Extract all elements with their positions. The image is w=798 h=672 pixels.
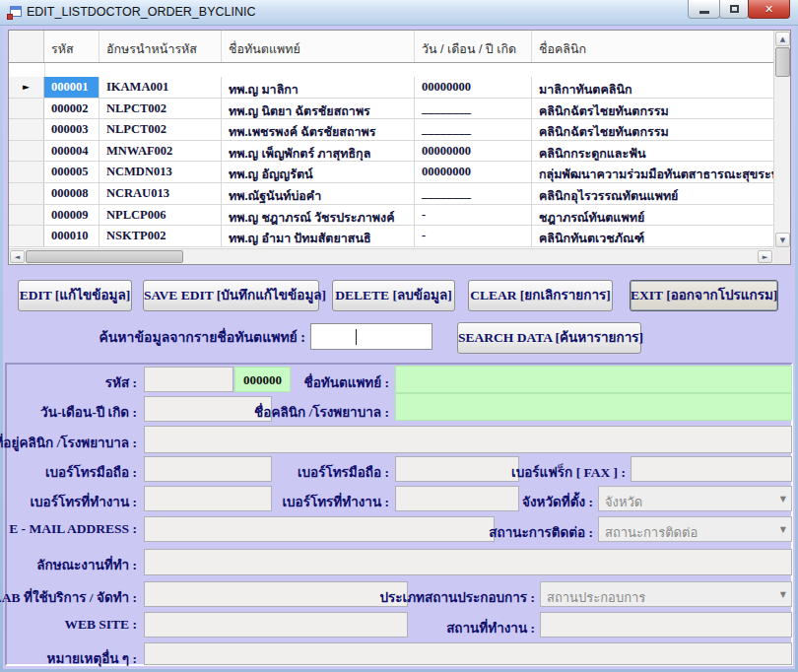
cell-code[interactable]: 000010 — [44, 226, 100, 246]
cell-name[interactable]: ทพ.ญ นิตยา ฉัตรชัยสถาพร — [222, 99, 415, 119]
cell-code[interactable]: 000008 — [44, 183, 100, 204]
row-selector[interactable] — [9, 205, 44, 226]
maximize-button[interactable] — [719, 0, 749, 19]
cell-code[interactable]: 000003 — [44, 119, 100, 140]
cell-clinic[interactable]: คลินิกทันตเวชภัณฑ์ — [532, 226, 773, 246]
column-header-code[interactable]: รหัส — [44, 31, 100, 62]
row-selector[interactable] — [9, 119, 44, 140]
row-selector[interactable] — [9, 183, 44, 204]
cell-clinic[interactable]: คลินิกฉัตรไชยทันตกรรม — [532, 119, 773, 140]
work-phone-2-field[interactable] — [395, 486, 519, 511]
row-selector[interactable] — [9, 162, 44, 182]
table-row[interactable]: 000010NSKTP002ทพ.ญ อำมา ปัทมสัตยาสนธิ-คล… — [9, 226, 773, 247]
vertical-scrollbar-thumb[interactable] — [775, 47, 790, 77]
title-bar[interactable]: EDIT_LISTDOCTOR_ORDER_BYCLINIC ✕ — [0, 0, 798, 26]
cell-prefix[interactable]: NCMDN013 — [100, 162, 222, 182]
row-selector[interactable] — [9, 141, 44, 162]
cell-prefix[interactable]: NLPCT002 — [100, 119, 222, 140]
close-button[interactable]: ✕ — [748, 0, 790, 19]
cell-birth[interactable]: ________ — [415, 119, 532, 140]
cell-code[interactable]: 000004 — [44, 141, 100, 162]
cell-birth[interactable]: 00000000 — [415, 141, 532, 162]
cell-clinic[interactable]: มาลิกาทันตคลินิก — [532, 77, 773, 98]
cell-clinic[interactable]: กลุ่มพัฒนาความร่วมมือทันตสาธารณะสุขระหว่… — [532, 162, 773, 182]
workplace-field[interactable] — [540, 612, 792, 638]
cell-clinic[interactable]: คลินิกกระดูกและฟัน — [532, 141, 773, 162]
cell-prefix[interactable]: NLPCT002 — [100, 99, 222, 119]
cell-name[interactable]: ทพ.เพชรพงค์ ฉัตรชัยสถาพร — [222, 119, 415, 140]
column-header-birth[interactable]: วัน / เดือน / ปี เกิด — [415, 31, 532, 62]
cell-prefix[interactable]: NPLCP006 — [100, 205, 222, 226]
scroll-right-icon[interactable]: ► — [758, 250, 772, 263]
cell-clinic[interactable]: คลินิกอุไรวรรณทัตนแพทย์ — [532, 183, 773, 204]
delete-button[interactable]: DELETE [ลบข้อมูล] — [332, 280, 455, 311]
horizontal-scrollbar-thumb[interactable] — [26, 250, 183, 263]
scroll-left-icon[interactable]: ◄ — [10, 250, 25, 263]
cell-name[interactable]: ทพ.ญ มาลิกา — [222, 77, 415, 98]
cell-prefix[interactable]: NCRAU013 — [100, 183, 222, 204]
exit-button[interactable]: EXIT [ออกจากโปรแกรม] — [630, 280, 778, 311]
cell-prefix[interactable]: MNWAF002 — [100, 141, 222, 162]
birth-date-field[interactable] — [144, 396, 272, 422]
work-phone-1-field[interactable] — [144, 486, 272, 511]
table-row[interactable]: 000005NCMDN013ทพ.ญ อัญญรัตน์00000000กลุ่… — [9, 162, 773, 183]
search-data-button[interactable]: SEARCH DATA [ค้นหารายการ] — [457, 322, 641, 354]
cell-clinic[interactable]: ชฎาภรณ์ทันตแพทย์ — [532, 205, 773, 226]
table-row[interactable]: 000009NPLCP006ทพ.ญ ชฎาภรณ์ วัชรประภาพงค์… — [9, 205, 773, 227]
minimize-button[interactable] — [688, 0, 720, 19]
mobile-2-field[interactable] — [395, 456, 519, 482]
clear-button[interactable]: CLEAR [ยกเลิกรายการ] — [468, 280, 613, 311]
job-description-field[interactable] — [144, 549, 792, 575]
cell-birth[interactable]: 00000000 — [415, 77, 532, 98]
edit-button[interactable]: EDIT [แก้ไขข้อมูล] — [18, 280, 132, 311]
contact-status-dropdown[interactable]: สถานะการติดต่อ ▼ — [598, 516, 792, 542]
column-header-name[interactable]: ชื่อทันตแพทย์ — [222, 31, 415, 62]
cell-code[interactable]: 000005 — [44, 162, 100, 182]
column-header-prefix[interactable]: อักษรนำหน้ารหัส — [100, 31, 222, 62]
vertical-scrollbar[interactable]: ▲ ▼ — [773, 31, 790, 248]
dentist-name-field[interactable] — [395, 366, 792, 393]
code-field[interactable] — [144, 367, 233, 392]
establishment-type-dropdown[interactable]: สถานประกอบการ ▼ — [540, 581, 792, 607]
cell-name[interactable]: ทพ.ญ เพ็ญพักตร์ ภาสุทธิกุล — [222, 141, 415, 162]
cell-prefix[interactable]: IKAMA001 — [100, 77, 222, 98]
cell-code[interactable]: 000009 — [44, 205, 100, 226]
other-notes-field[interactable] — [144, 642, 792, 665]
cell-code[interactable]: 000001 — [44, 77, 100, 98]
row-selector[interactable] — [9, 99, 44, 119]
email-field[interactable] — [144, 516, 495, 542]
cell-birth[interactable]: - — [415, 205, 532, 226]
column-header-selector[interactable] — [9, 31, 44, 62]
cell-clinic[interactable]: คลินิกฉัตรไชยทันตกรรม — [532, 99, 773, 119]
cell-birth[interactable]: ________ — [415, 99, 532, 119]
table-row[interactable]: 000003NLPCT002ทพ.เพชรพงค์ ฉัตรชัยสถาพร__… — [9, 119, 773, 141]
table-row[interactable]: ►000001IKAMA001ทพ.ญ มาลิกา00000000มาลิกา… — [9, 77, 773, 99]
website-field[interactable] — [144, 612, 408, 638]
clinic-name-field[interactable] — [395, 393, 792, 421]
cell-birth[interactable]: - — [415, 226, 532, 246]
cell-name[interactable]: ทพ.ญ อำมา ปัทมสัตยาสนธิ — [222, 226, 415, 246]
province-dropdown[interactable]: จังหวัด ▼ — [598, 486, 792, 511]
table-row[interactable]: 000004MNWAF002ทพ.ญ เพ็ญพักตร์ ภาสุทธิกุล… — [9, 141, 773, 163]
search-input[interactable] — [310, 323, 432, 350]
scroll-down-icon[interactable]: ▼ — [775, 233, 790, 247]
cell-name[interactable]: ทพ.ณัฐนันท์บ่อคำ — [222, 183, 415, 204]
cell-name[interactable]: ทพ.ญ อัญญรัตน์ — [222, 162, 415, 182]
scroll-up-icon[interactable]: ▲ — [775, 32, 790, 46]
horizontal-scrollbar[interactable]: ◄ ► — [9, 248, 773, 264]
row-selector[interactable]: ► — [9, 77, 44, 98]
lab-field[interactable] — [144, 581, 408, 607]
clinic-address-field[interactable] — [144, 426, 792, 453]
cell-birth[interactable]: 00000000 — [415, 162, 532, 182]
cell-birth[interactable]: ________ — [415, 183, 532, 204]
row-selector[interactable] — [9, 226, 44, 246]
cell-code[interactable]: 000002 — [44, 99, 100, 119]
table-row[interactable]: 000002NLPCT002ทพ.ญ นิตยา ฉัตรชัยสถาพร___… — [9, 99, 773, 120]
cell-name[interactable]: ทพ.ญ ชฎาภรณ์ วัชรประภาพงค์ — [222, 205, 415, 226]
table-row[interactable]: 000008NCRAU013ทพ.ณัฐนันท์บ่อคำ________คล… — [9, 183, 773, 205]
mobile-1-field[interactable] — [144, 456, 272, 482]
column-header-clinic[interactable]: ชื่อคลินิก — [532, 31, 773, 62]
save-edit-button[interactable]: SAVE EDIT [บันทึกแก้ไขข้อมูล] — [143, 280, 319, 311]
fax-field[interactable] — [631, 456, 792, 482]
cell-prefix[interactable]: NSKTP002 — [100, 226, 222, 246]
